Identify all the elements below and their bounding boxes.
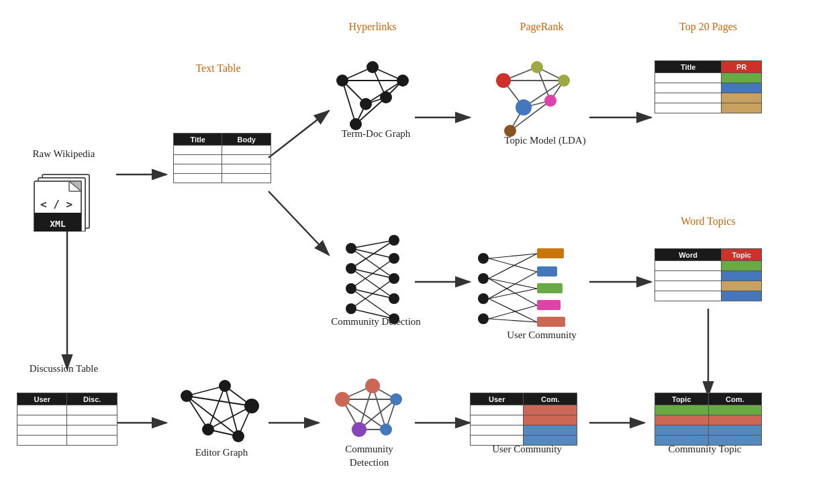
svg-line-110	[489, 305, 537, 319]
svg-line-105	[489, 279, 537, 289]
svg-text:XML: XML	[50, 219, 66, 229]
svg-line-107	[489, 272, 537, 299]
svg-line-40	[386, 81, 403, 97]
svg-line-111	[489, 319, 537, 322]
svg-line-106	[489, 279, 537, 305]
svg-point-66	[544, 95, 556, 107]
pagerank-label: PageRank	[498, 20, 585, 34]
svg-rect-114	[537, 283, 563, 293]
svg-line-70	[187, 396, 208, 430]
svg-point-65	[516, 99, 532, 115]
svg-point-81	[202, 423, 214, 436]
svg-point-78	[181, 390, 193, 402]
hyperlinks-label: Hyperlinks	[329, 20, 416, 34]
topic-col-header2: Topic	[655, 393, 709, 405]
disc-col-header: Disc.	[67, 393, 117, 405]
svg-line-58	[524, 81, 564, 107]
svg-line-55	[537, 67, 564, 81]
diagram: Raw Wikipedia XML < / > Text Table Title…	[0, 0, 825, 504]
raw-wikipedia-label: Raw Wikipedia	[27, 148, 101, 161]
title-col-header: Title	[174, 134, 222, 146]
svg-line-92	[359, 386, 373, 430]
svg-line-52	[503, 67, 537, 81]
svg-line-41	[366, 81, 403, 104]
svg-point-46	[336, 74, 348, 87]
user-col-header: User	[17, 393, 67, 405]
svg-point-26	[346, 243, 356, 254]
svg-line-45	[342, 81, 356, 124]
svg-point-33	[389, 293, 399, 304]
svg-point-93	[335, 392, 350, 407]
svg-line-88	[386, 399, 396, 430]
svg-line-89	[359, 399, 396, 430]
community-detection-bottom-label: CommunityDetection	[319, 443, 420, 469]
svg-line-86	[373, 386, 396, 399]
svg-line-74	[208, 406, 252, 430]
pr-col-header: PR	[722, 61, 762, 73]
svg-line-18	[351, 240, 394, 268]
svg-line-83	[342, 386, 373, 399]
community-detection-label: Community Detection	[329, 315, 423, 329]
svg-point-49	[360, 98, 372, 110]
svg-point-63	[531, 61, 543, 73]
word-topics-label: Word Topics	[654, 215, 762, 229]
svg-point-94	[365, 379, 380, 393]
svg-line-61	[510, 101, 550, 131]
svg-line-39	[373, 67, 386, 97]
svg-line-54	[503, 81, 524, 107]
svg-line-16	[351, 248, 394, 258]
svg-rect-116	[537, 317, 565, 327]
svg-point-101	[478, 313, 489, 324]
svg-line-68	[187, 386, 225, 396]
svg-line-35	[342, 67, 373, 81]
editor-graph-label: Editor Graph	[171, 446, 272, 460]
xml-doc-icon: XML < / >	[30, 171, 104, 232]
svg-line-43	[356, 104, 366, 124]
svg-line-75	[208, 430, 238, 436]
svg-line-87	[373, 386, 386, 430]
svg-line-23	[351, 289, 394, 319]
title-col-header2: Title	[655, 61, 722, 73]
svg-point-99	[478, 273, 489, 284]
svg-line-15	[351, 240, 394, 248]
svg-line-72	[225, 386, 238, 436]
svg-point-96	[352, 422, 367, 437]
svg-line-57	[550, 81, 564, 101]
com-col-header: Com.	[524, 393, 577, 405]
svg-point-30	[389, 235, 399, 246]
svg-line-71	[225, 386, 252, 406]
svg-rect-115	[537, 300, 561, 310]
svg-line-73	[238, 406, 252, 436]
top20-label: Top 20 Pages	[654, 20, 762, 34]
text-table-label: Text Table	[185, 62, 252, 76]
svg-line-103	[489, 258, 537, 272]
svg-point-95	[390, 393, 402, 405]
svg-line-3	[269, 111, 329, 158]
svg-point-48	[397, 74, 409, 87]
svg-line-37	[342, 81, 366, 104]
svg-point-98	[478, 253, 489, 264]
topic-col-header: Topic	[722, 249, 762, 261]
svg-line-56	[537, 67, 550, 101]
svg-point-29	[346, 303, 356, 314]
svg-line-24	[351, 279, 394, 309]
svg-line-102	[489, 254, 537, 258]
svg-point-82	[232, 430, 244, 442]
svg-line-104	[489, 254, 537, 279]
svg-line-85	[342, 399, 359, 430]
svg-point-62	[496, 73, 511, 88]
svg-point-50	[380, 91, 392, 103]
svg-line-76	[187, 396, 238, 436]
svg-line-69	[187, 396, 252, 406]
body-col-header: Body	[222, 134, 271, 146]
svg-point-31	[389, 253, 399, 264]
svg-point-32	[389, 273, 399, 284]
svg-line-4	[269, 191, 329, 255]
svg-line-22	[351, 289, 394, 299]
user-community-label: User Community	[498, 329, 585, 342]
svg-point-97	[380, 423, 392, 436]
svg-line-60	[510, 107, 524, 131]
svg-line-59	[524, 101, 550, 107]
svg-point-80	[244, 399, 259, 413]
user-com-table-label: User Community	[483, 443, 571, 456]
